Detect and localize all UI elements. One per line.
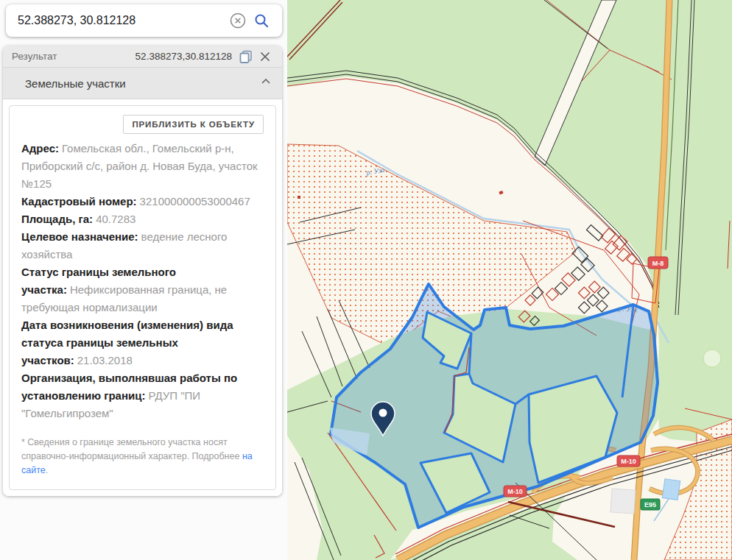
search-input[interactable]: [18, 14, 226, 27]
road-shield-e95: Е95: [641, 499, 660, 510]
result-panel: Результат 52.388273,30.812128 Земельные …: [3, 46, 282, 496]
section-title: Земельные участки: [25, 77, 260, 90]
clear-search-icon[interactable]: [226, 9, 250, 32]
building-gray: [610, 489, 636, 514]
field-label: Кадастровый номер:: [21, 195, 137, 208]
app-window: Результат 52.388273,30.812128 Земельные …: [0, 0, 732, 560]
sidebar: Результат 52.388273,30.812128 Земельные …: [0, 0, 287, 560]
building-blue: [662, 479, 680, 500]
field-label: Площадь, га:: [21, 213, 93, 225]
map-canvas[interactable]: р. Уза р. Уза М-8 М-10 М-10 Е95: [287, 0, 732, 560]
map-svg: р. Уза р. Уза М-8 М-10 М-10 Е95: [287, 0, 732, 560]
svg-text:М-8: М-8: [652, 260, 664, 267]
svg-text:Е95: Е95: [644, 501, 656, 508]
copy-icon[interactable]: [236, 47, 256, 66]
zoom-to-object-button[interactable]: ПРИБЛИЗИТЬ К ОБЪЕКТУ: [123, 115, 264, 134]
result-coordinates: 52.388273,30.812128: [136, 51, 232, 62]
road-shield-m8: М-8: [648, 257, 668, 269]
field-address: Адрес:Гомельская обл., Гомельский р-н, П…: [21, 140, 264, 193]
field-label: Целевое назначение:: [21, 230, 138, 243]
field-label: Адрес:: [21, 142, 59, 155]
result-header: Результат 52.388273,30.812128: [3, 46, 282, 68]
field-cadastral-number: Кадастровый номер:321000000053000467: [21, 193, 264, 210]
section-content: ПРИБЛИЗИТЬ К ОБЪЕКТУ Адрес:Гомельская об…: [3, 99, 282, 496]
search-box: [6, 4, 282, 37]
section-land-parcels[interactable]: Земельные участки: [3, 68, 282, 99]
field-value: 21.03.2018: [77, 354, 133, 366]
chevron-up-icon[interactable]: [260, 76, 272, 91]
field-status-date: Дата возникновения (изменения) вида стат…: [21, 316, 264, 369]
field-purpose: Целевое назначение:ведение лесного хозяй…: [21, 228, 264, 263]
field-value: 40.7283: [96, 213, 136, 225]
result-title: Результат: [12, 51, 136, 62]
field-organization: Организация, выполнявшая работы по устан…: [21, 369, 264, 422]
road-shield-m10-left: М-10: [504, 486, 527, 497]
clearing-circle: [703, 350, 721, 367]
svg-text:М-10: М-10: [621, 458, 636, 465]
footnote: * Сведения о границе земельного участка …: [21, 436, 264, 478]
field-label: Организация, выполнявшая работы по устан…: [21, 372, 237, 402]
search-icon[interactable]: [250, 9, 273, 32]
footnote-text: * Сведения о границе земельного участка …: [21, 437, 242, 461]
svg-text:М-10: М-10: [507, 488, 523, 495]
road-shield-m10-right: М-10: [617, 456, 640, 467]
field-border-status: Статус границы земельного участка:Нефикс…: [21, 263, 264, 316]
close-icon[interactable]: [256, 47, 275, 66]
parcel-card: ПРИБЛИЗИТЬ К ОБЪЕКТУ Адрес:Гомельская об…: [9, 105, 276, 490]
field-value: 321000000053000467: [140, 195, 250, 208]
field-area: Площадь, га:40.7283: [21, 210, 264, 228]
map-symbol-red: [298, 196, 300, 199]
footnote-end: .: [46, 465, 48, 475]
